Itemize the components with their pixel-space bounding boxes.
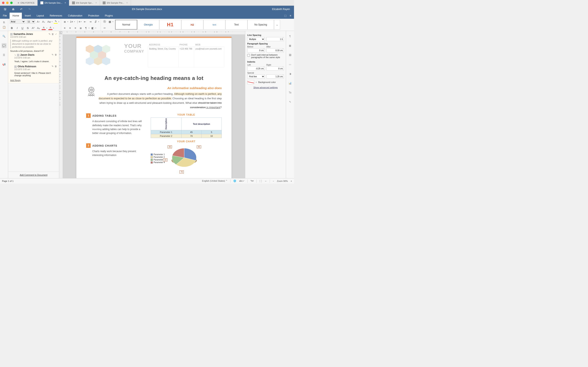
- increase-indent-icon[interactable]: ⇥: [88, 20, 92, 24]
- bullets-icon[interactable]: ≣: [63, 20, 67, 24]
- zoom-out-icon[interactable]: −: [273, 180, 274, 182]
- style-georgia[interactable]: Georgia: [137, 20, 159, 30]
- delete-reply-icon[interactable]: 🗑: [55, 65, 57, 68]
- bg-color-swatch[interactable]: [247, 80, 254, 84]
- menu-plugins[interactable]: Plugins: [102, 13, 116, 19]
- style-normal[interactable]: Normal: [115, 20, 137, 30]
- copy-style-icon[interactable]: ✑: [103, 26, 107, 30]
- comment-thread[interactable]: Samantha Jones ✎ 🗑 ✓ 1/1/1970 3:00 am Al…: [8, 31, 59, 83]
- align-center-icon[interactable]: ≡: [68, 26, 72, 30]
- open-location-icon[interactable]: ⬚: [284, 14, 286, 17]
- italic-icon[interactable]: I: [15, 26, 19, 30]
- paragraph-settings-icon[interactable]: ¶: [288, 34, 293, 39]
- close-tab-icon[interactable]: ×: [65, 1, 66, 4]
- view-settings-icon[interactable]: ≡: [290, 14, 291, 17]
- image-settings-icon[interactable]: 🖼: [288, 53, 293, 58]
- add-comment-link[interactable]: Add Comment to Document: [20, 174, 48, 176]
- app-tab-brand[interactable]: ◆ ONLYOFFICE: [15, 0, 38, 6]
- textart-settings-icon[interactable]: Ta: [288, 90, 293, 95]
- increase-font-icon[interactable]: A↑: [36, 20, 40, 24]
- style-no-spacing[interactable]: No Spacing: [247, 20, 274, 30]
- special-indent-select[interactable]: First line: [247, 75, 265, 78]
- change-case-icon[interactable]: Aa: [47, 20, 51, 24]
- clear-style-icon[interactable]: Ⓐ: [103, 20, 107, 24]
- decrease-font-icon[interactable]: A↓: [42, 20, 46, 24]
- minimize-window-icon[interactable]: [6, 2, 9, 4]
- document-tab[interactable]: EN Sample Doc... ×: [38, 0, 69, 6]
- search-icon[interactable]: 🔍: [2, 34, 7, 39]
- language-selector[interactable]: English (United States) ⌃: [202, 180, 228, 182]
- style-gallery-more[interactable]: ⌄: [274, 20, 280, 30]
- spacing-after-input[interactable]: [267, 48, 284, 52]
- underline-icon[interactable]: U: [20, 26, 25, 30]
- delete-reply-icon[interactable]: 🗑: [55, 53, 57, 56]
- document-tab[interactable]: EN Sample Spr... ×: [69, 0, 100, 6]
- highlight-color-icon[interactable]: ✎: [54, 20, 58, 24]
- font-name-select[interactable]: Arial: [10, 20, 25, 24]
- dont-add-interval-checkbox[interactable]: Don't add interval between paragraphs of…: [247, 54, 284, 58]
- edit-reply-icon[interactable]: ✎: [52, 53, 53, 56]
- shape-settings-icon[interactable]: ◑: [288, 71, 293, 76]
- align-right-icon[interactable]: ≡: [73, 26, 77, 30]
- strike-icon[interactable]: S: [26, 26, 30, 30]
- multilevel-icon[interactable]: ⋮≡: [76, 20, 80, 24]
- font-color-icon[interactable]: A: [42, 26, 46, 30]
- indent-left-input[interactable]: [247, 67, 265, 71]
- special-indent-input[interactable]: [267, 75, 284, 78]
- chart-settings-icon[interactable]: 📊: [288, 81, 293, 86]
- document-tab[interactable]: EN Sample Pre... ×: [100, 0, 131, 6]
- fit-page-icon[interactable]: ⛶: [259, 180, 262, 182]
- dont-add-interval-input[interactable]: [247, 54, 250, 57]
- fit-width-icon[interactable]: ↔: [265, 180, 267, 182]
- close-tab-icon[interactable]: ×: [126, 1, 128, 4]
- close-window-icon[interactable]: [2, 2, 4, 4]
- undo-icon[interactable]: ↶: [19, 7, 23, 11]
- spellcheck-icon[interactable]: 🌐: [233, 180, 236, 182]
- edit-reply-icon[interactable]: ✎: [52, 65, 53, 68]
- nonprinting-icon[interactable]: ¶: [84, 26, 88, 30]
- line-spacing-mode-select[interactable]: Multiple: [247, 37, 265, 41]
- headings-panel-icon[interactable]: ☰: [2, 53, 7, 58]
- menu-file[interactable]: File: [0, 13, 9, 19]
- header-footer-icon[interactable]: ▭: [288, 62, 293, 67]
- menu-references[interactable]: References: [47, 13, 65, 19]
- add-reply-link[interactable]: Add Reply: [10, 79, 21, 82]
- print-icon[interactable]: 🖶: [11, 7, 15, 11]
- style-text[interactable]: Text: [225, 20, 247, 30]
- style-h2[interactable]: H2: [181, 20, 203, 30]
- resolve-comment-icon[interactable]: ✓: [55, 33, 57, 35]
- style-h1[interactable]: H1: [159, 20, 181, 30]
- spellcheck-toggle-icon[interactable]: abc✓: [239, 180, 245, 182]
- line-spacing-value-input[interactable]: [267, 37, 284, 41]
- close-tab-icon[interactable]: ×: [95, 1, 97, 4]
- zoom-level[interactable]: Zoom 90%: [277, 180, 288, 182]
- shading2-icon[interactable]: ▦: [108, 20, 112, 24]
- superscript-icon[interactable]: A²: [31, 26, 35, 30]
- paste-icon[interactable]: 📋: [2, 25, 6, 29]
- save-icon[interactable]: 🖫: [3, 7, 7, 11]
- menu-insert[interactable]: Insert: [22, 13, 34, 19]
- tab-stop-marker[interactable]: L: [60, 31, 62, 34]
- maximize-window-icon[interactable]: [10, 2, 13, 4]
- align-left-icon[interactable]: ≡: [63, 26, 67, 30]
- indent-right-input[interactable]: [267, 67, 284, 71]
- menu-protection[interactable]: Protection: [85, 13, 102, 19]
- bold-icon[interactable]: B: [10, 26, 14, 30]
- document-page[interactable]: YOUR COMPANY ADDRESS PHONE WEB Building,…: [76, 37, 232, 178]
- horizontal-ruler[interactable]: · 1 · 2 · 3 · 4 · 5 · 6 · 7 · 8 · 9 · 10…: [59, 31, 245, 35]
- table-settings-icon[interactable]: ▦: [288, 43, 293, 48]
- font-size-select[interactable]: 11: [26, 20, 35, 24]
- shading-icon[interactable]: ◧: [91, 26, 95, 30]
- delete-comment-icon[interactable]: 🗑: [52, 33, 54, 35]
- spacing-before-input[interactable]: [247, 48, 265, 52]
- current-user[interactable]: Elizabeth Rayen: [272, 8, 294, 11]
- font-color2-icon[interactable]: A: [48, 26, 52, 30]
- page-indicator[interactable]: Page 1 of 1: [2, 180, 13, 182]
- redo-icon[interactable]: ↷: [27, 7, 31, 11]
- advanced-settings-link[interactable]: Show advanced settings: [247, 86, 284, 89]
- feedback-icon[interactable]: 📢: [2, 62, 7, 67]
- track-changes-icon[interactable]: ✎▾: [251, 180, 254, 182]
- menu-home[interactable]: Home: [9, 13, 22, 19]
- numbering-icon[interactable]: 1≡: [69, 20, 73, 24]
- copy-icon[interactable]: ⎘: [2, 20, 6, 25]
